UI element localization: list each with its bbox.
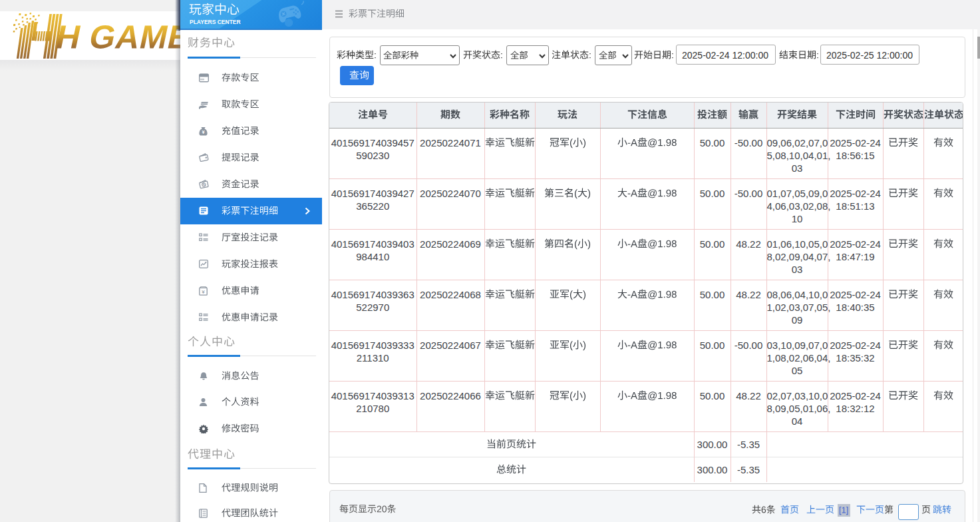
svg-text:¥: ¥ xyxy=(201,289,205,295)
